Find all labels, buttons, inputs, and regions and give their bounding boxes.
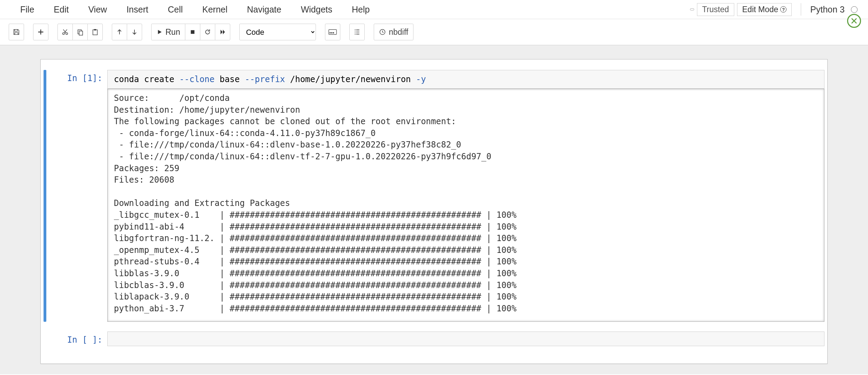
kernel-name[interactable]: Python 3 (810, 5, 845, 15)
cell-type-select[interactable]: Code (239, 24, 316, 40)
run-button[interactable]: Run (151, 24, 185, 40)
menu-view[interactable]: View (78, 5, 117, 15)
edit-group (57, 24, 103, 40)
input-prompt: In [ ]: (46, 332, 107, 346)
menu-file[interactable]: File (10, 5, 44, 15)
edit-mode-indicator[interactable]: Edit Mode ? (737, 3, 792, 16)
svg-rect-7 (329, 30, 336, 34)
svg-rect-5 (94, 29, 96, 31)
svg-rect-8 (330, 32, 331, 33)
edit-mode-label: Edit Mode (742, 5, 778, 14)
toc-button[interactable] (349, 24, 365, 40)
close-button[interactable] (847, 14, 861, 28)
run-label: Run (165, 27, 180, 37)
notebook-container: In [1]: conda create --clone base --pref… (40, 59, 828, 364)
restart-run-all-button[interactable] (215, 24, 230, 40)
separator (801, 3, 801, 16)
toolbar: Run Code nbdiff (0, 19, 868, 45)
restart-button[interactable] (200, 24, 215, 40)
svg-rect-4 (93, 30, 98, 35)
cell-selection-bar (44, 70, 46, 322)
menu-kernel[interactable]: Kernel (193, 5, 237, 15)
notebook-background: In [1]: conda create --clone base --pref… (0, 45, 868, 374)
svg-rect-3 (79, 31, 83, 35)
status-area: Trusted Edit Mode ? Python 3 (690, 3, 858, 16)
menu-cell[interactable]: Cell (158, 5, 193, 15)
command-palette-button[interactable] (325, 24, 340, 40)
paste-button[interactable] (87, 24, 103, 40)
menu-widgets[interactable]: Widgets (291, 5, 342, 15)
svg-rect-9 (331, 32, 332, 33)
code-cell[interactable]: In [1]: conda create --clone base --pref… (44, 70, 824, 322)
output-area[interactable]: Source: /opt/conda Destination: /home/ju… (107, 89, 824, 322)
menu-edit[interactable]: Edit (44, 5, 78, 15)
cut-button[interactable] (57, 24, 73, 40)
trusted-indicator[interactable]: Trusted (697, 3, 734, 16)
code-input[interactable]: conda create --clone base --prefix /home… (107, 70, 824, 89)
interrupt-button[interactable] (185, 24, 200, 40)
code-cell[interactable]: In [ ]: (44, 332, 824, 346)
svg-rect-10 (333, 32, 334, 33)
menu-help[interactable]: Help (342, 5, 379, 15)
menu-bar: File Edit View Insert Cell Kernel Naviga… (0, 0, 868, 19)
move-down-button[interactable] (127, 24, 142, 40)
nbdiff-button[interactable]: nbdiff (374, 24, 413, 40)
run-group: Run (151, 24, 230, 40)
cell-bar-inactive (44, 332, 46, 346)
input-prompt: In [1]: (46, 70, 107, 322)
help-icon: ? (780, 6, 786, 13)
menu-insert[interactable]: Insert (117, 5, 158, 15)
autosave-icon (690, 8, 694, 10)
svg-rect-6 (191, 30, 195, 34)
move-up-button[interactable] (112, 24, 127, 40)
copy-button[interactable] (72, 24, 88, 40)
insert-cell-button[interactable] (33, 24, 48, 40)
move-group (112, 24, 142, 40)
kernel-status-icon[interactable] (851, 6, 858, 13)
code-input[interactable] (107, 332, 824, 346)
nbdiff-label: nbdiff (389, 27, 408, 37)
menu-navigate[interactable]: Navigate (237, 5, 291, 15)
save-button[interactable] (9, 24, 24, 40)
